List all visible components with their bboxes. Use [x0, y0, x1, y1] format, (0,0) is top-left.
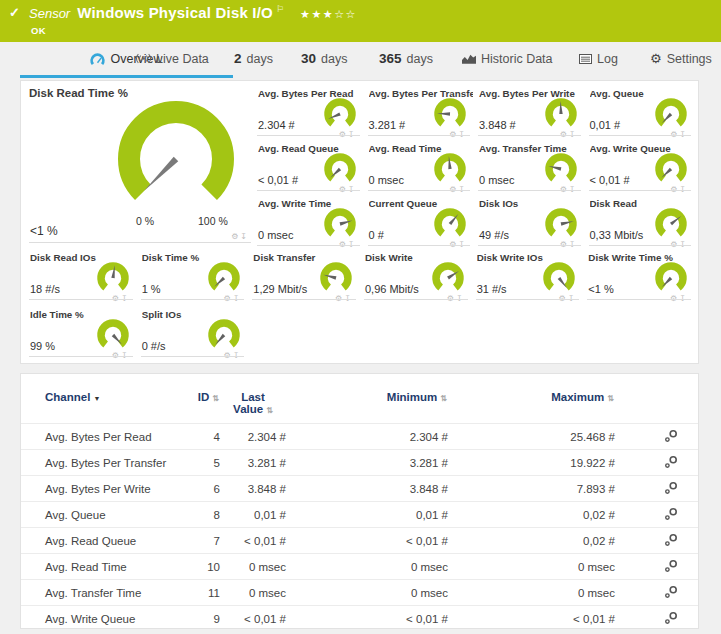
tab-log[interactable]: Log [579, 42, 618, 75]
channel-settings-icon[interactable] [664, 611, 678, 625]
gear-icon[interactable]: ⚙ [449, 185, 458, 194]
gauge-tile[interactable]: Avg. Read Time 0 msec ⚙↧ [368, 142, 474, 195]
gauge-tile[interactable]: Split IOs 0 #/s ⚙↧ [141, 308, 248, 361]
primary-gauge-tile[interactable]: Disk Read Time % 0 % 100 % <1 % ⚙↧ [29, 87, 255, 243]
pin-icon[interactable]: ↧ [348, 130, 357, 139]
gear-icon[interactable]: ⚙ [223, 351, 232, 360]
gauge-tile[interactable]: Disk Write IOs 31 #/s ⚙↧ [476, 251, 583, 304]
pin-icon[interactable]: ↧ [458, 185, 467, 194]
column-header-channel[interactable]: Channel▼ [21, 374, 182, 424]
pin-icon[interactable]: ↧ [569, 240, 578, 249]
gauge-tile[interactable]: Disk Write Time % <1 % ⚙↧ [587, 251, 694, 304]
gear-icon[interactable]: ⚙ [339, 240, 348, 249]
gauge-tile[interactable]: Disk Transfer 1,29 Mbit/s ⚙↧ [252, 251, 359, 304]
channel-row[interactable]: Avg. Queue 8 0,01 # 0,01 # 0,02 # [21, 502, 698, 528]
pin-icon[interactable]: ↧ [121, 294, 130, 303]
column-header-minimum[interactable]: Minimum⇅ [286, 374, 448, 424]
gear-icon[interactable]: ⚙ [112, 294, 121, 303]
gauge-tile[interactable]: Disk Time % 1 % ⚙↧ [141, 251, 248, 304]
tab-historic-data[interactable]: Historic Data [462, 42, 553, 75]
gauge-tile[interactable]: Disk Write 0,96 Mbit/s ⚙↧ [364, 251, 471, 304]
gauge-tile[interactable]: Avg. Bytes Per Transfer 3.281 # ⚙↧ [368, 87, 474, 140]
gauge-tile[interactable]: Avg. Bytes Per Read 2.304 # ⚙↧ [257, 87, 363, 140]
gear-icon[interactable]: ⚙ [560, 185, 569, 194]
pin-icon[interactable]: ↧ [344, 294, 353, 303]
pin-icon[interactable]: ↧ [348, 185, 357, 194]
pin-icon[interactable]: ↧ [456, 294, 465, 303]
gauge-tile[interactable]: Disk IOs 49 #/s ⚙↧ [478, 197, 584, 250]
pin-icon[interactable]: ↧ [568, 294, 577, 303]
channel-minimum: 3.848 # [286, 476, 448, 502]
pin-icon[interactable]: ↧ [679, 185, 688, 194]
gear-icon[interactable]: ⚙ [223, 294, 232, 303]
gauge-tile[interactable]: Avg. Write Queue < 0,01 # ⚙↧ [589, 142, 695, 195]
gear-icon[interactable]: ⚙ [670, 294, 679, 303]
table-header-row: Channel▼ ID⇅ Last Value⇅ Minimum⇅ Maximu… [21, 374, 698, 424]
tab-live-data[interactable]: Live Data [136, 42, 209, 75]
pin-icon[interactable]: ↧ [233, 351, 242, 360]
pin-icon[interactable]: ↧ [679, 130, 688, 139]
gauge-tile[interactable]: Avg. Bytes Per Write 3.848 # ⚙↧ [478, 87, 584, 140]
gauge-tile[interactable]: Current Queue 0 # ⚙↧ [368, 197, 474, 250]
gauge-value: 0,33 Mbit/s [590, 229, 644, 241]
column-header-maximum[interactable]: Maximum⇅ [448, 374, 615, 424]
gauge-value: 31 #/s [477, 283, 507, 295]
gauge-tile[interactable]: Disk Read 0,33 Mbit/s ⚙↧ [589, 197, 695, 250]
channel-settings-icon[interactable] [664, 559, 678, 573]
gear-icon[interactable]: ⚙ [670, 130, 679, 139]
pin-icon[interactable]: ↧ [458, 130, 467, 139]
pin-icon[interactable]: ↧ [679, 294, 688, 303]
channel-settings-icon[interactable] [664, 455, 678, 469]
gear-icon[interactable]: ⚙ [231, 232, 240, 241]
channel-row[interactable]: Avg. Bytes Per Transfer 5 3.281 # 3.281 … [21, 450, 698, 476]
channel-row[interactable]: Avg. Write Queue 9 < 0,01 # < 0,01 # < 0… [21, 606, 698, 630]
channel-settings-icon[interactable] [664, 533, 678, 547]
gear-icon[interactable]: ⚙ [449, 240, 458, 249]
gear-icon[interactable]: ⚙ [449, 130, 458, 139]
gauge-tile[interactable]: Avg. Write Time 0 msec ⚙↧ [257, 197, 363, 250]
gear-icon[interactable]: ⚙ [670, 185, 679, 194]
tab-2-days[interactable]: 2 days [234, 42, 273, 75]
channel-row[interactable]: Avg. Bytes Per Read 4 2.304 # 2.304 # 25… [21, 424, 698, 450]
channel-row[interactable]: Avg. Read Queue 7 < 0,01 # < 0,01 # 0,02… [21, 528, 698, 554]
channel-row[interactable]: Avg. Transfer Time 11 0 msec 0 msec 0 ms… [21, 580, 698, 606]
gear-icon[interactable]: ⚙ [447, 294, 456, 303]
pin-icon[interactable]: ↧ [679, 240, 688, 249]
gear-icon[interactable]: ⚙ [339, 185, 348, 194]
gear-icon[interactable]: ⚙ [670, 240, 679, 249]
column-header-id[interactable]: ID⇅ [182, 374, 220, 424]
pin-icon[interactable]: ↧ [458, 240, 467, 249]
pin-icon[interactable]: ↧ [121, 351, 130, 360]
gear-icon[interactable]: ⚙ [339, 130, 348, 139]
channel-settings-icon[interactable] [664, 429, 678, 443]
gauge-tile[interactable]: Idle Time % 99 % ⚙↧ [29, 308, 136, 361]
gear-icon[interactable]: ⚙ [560, 130, 569, 139]
pin-icon[interactable]: ↧ [233, 294, 242, 303]
pin-icon[interactable]: ↧ [569, 130, 578, 139]
priority-stars[interactable]: ★★★☆☆ [300, 8, 357, 20]
tab-365-days[interactable]: 365 days [379, 42, 433, 75]
channel-settings-icon[interactable] [664, 585, 678, 599]
channel-settings-icon[interactable] [664, 481, 678, 495]
gauge-tile[interactable]: Avg. Read Queue < 0,01 # ⚙↧ [257, 142, 363, 195]
pin-icon[interactable]: ↧ [348, 240, 357, 249]
pin-icon[interactable]: ↧ [569, 185, 578, 194]
flag-icon[interactable]: ⚐ [276, 4, 284, 14]
channel-row[interactable]: Avg. Read Time 10 0 msec 0 msec 0 msec [21, 554, 698, 580]
gauge-tile[interactable]: Disk Read IOs 18 #/s ⚙↧ [29, 251, 136, 304]
tab-settings[interactable]: ⚙ Settings [650, 42, 712, 75]
tab-30-days[interactable]: 30 days [301, 42, 347, 75]
channel-settings-icon[interactable] [664, 507, 678, 521]
gauge-tile[interactable]: Avg. Transfer Time 0 msec ⚙↧ [478, 142, 584, 195]
gear-icon[interactable]: ⚙ [112, 351, 121, 360]
gear-icon[interactable]: ⚙ [558, 294, 567, 303]
channel-row[interactable]: Avg. Bytes Per Write 6 3.848 # 3.848 # 7… [21, 476, 698, 502]
overview-gauge-icon [90, 53, 105, 65]
gauge-dial [541, 98, 581, 132]
column-header-last-value[interactable]: Last Value⇅ [220, 374, 286, 424]
gauge-tile[interactable]: Avg. Queue 0,01 # ⚙↧ [589, 87, 695, 140]
gear-icon[interactable]: ⚙ [560, 240, 569, 249]
gear-icon[interactable]: ⚙ [335, 294, 344, 303]
tab-label: Log [597, 52, 618, 66]
pin-icon[interactable]: ↧ [240, 232, 249, 241]
